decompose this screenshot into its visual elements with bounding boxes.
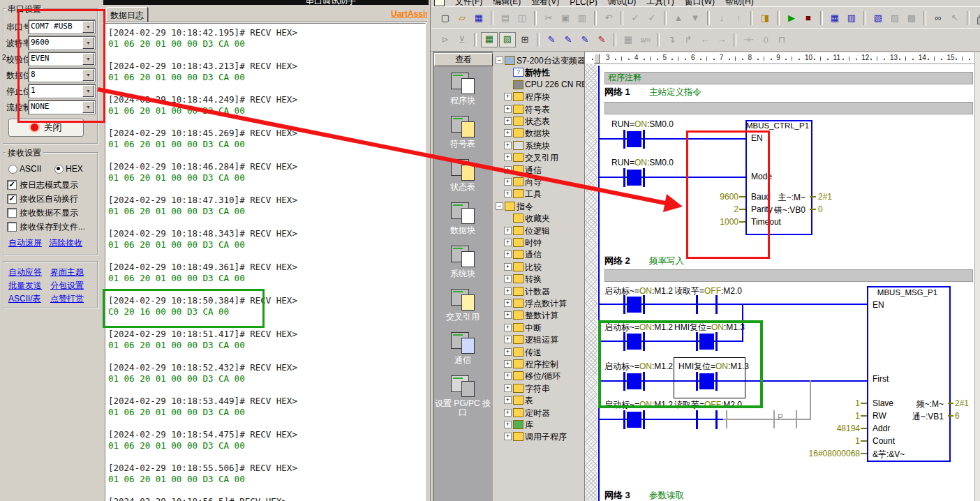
nav-system-block[interactable]: 系统块: [433, 245, 492, 278]
nav-symbol-table[interactable]: 符号表: [433, 115, 492, 149]
collapse-icon[interactable]: −: [496, 202, 503, 210]
up-branch-icon[interactable]: ↱: [681, 33, 696, 47]
nav-communications[interactable]: 通信: [433, 331, 492, 365]
contact-element-icon[interactable]: ⊣⊢: [741, 33, 756, 47]
menu-item-7[interactable]: 帮助(H): [725, 0, 754, 6]
expand-icon[interactable]: +: [504, 433, 512, 440]
open-file-icon[interactable]: ▱: [454, 11, 470, 25]
expand-icon[interactable]: +: [504, 348, 512, 356]
upload-icon[interactable]: ▲: [671, 11, 686, 25]
program-comment-bar[interactable]: 程序注释: [604, 72, 973, 84]
tree-item-计数器[interactable]: +计数器: [493, 285, 584, 297]
tree-item-字符串[interactable]: +字符串: [493, 382, 584, 394]
read-flag-contact[interactable]: [696, 410, 698, 429]
project-instruction-tree[interactable]: −S7-200台达变频器?新特性CPU 226 CN RE+程序块+符号表+状态…: [493, 52, 585, 501]
checkbox-2[interactable]: [7, 208, 17, 218]
radio-label[interactable]: ASCII: [20, 164, 41, 174]
nav-data-block[interactable]: 数据块: [433, 202, 492, 235]
menu-item-4[interactable]: 调试(D): [608, 0, 637, 6]
sym-addressing-icon[interactable]: sym: [637, 33, 653, 47]
expand-icon[interactable]: +: [504, 117, 512, 125]
pause-program-status-icon[interactable]: ▥: [844, 11, 859, 25]
line-right-icon[interactable]: →: [714, 33, 729, 47]
stl-view-icon[interactable]: ▧: [499, 32, 516, 47]
run-contact[interactable]: [623, 130, 625, 149]
tree-item-转换[interactable]: +转换: [493, 273, 584, 285]
tree-item-比较[interactable]: +比较: [493, 261, 584, 273]
tree-item-S7-200台达变频器[interactable]: −S7-200台达变频器: [493, 54, 584, 66]
insert-row-icon[interactable]: ✎: [577, 33, 593, 47]
positive-edge-contact[interactable]: P: [778, 412, 783, 422]
checkbox-1[interactable]: ✓: [7, 194, 17, 204]
coil-element-icon[interactable]: -( ): [757, 33, 773, 47]
expand-icon[interactable]: +: [504, 384, 512, 392]
chart-status-icon[interactable]: ▧: [870, 11, 886, 25]
view-nav-header[interactable]: 查看: [434, 53, 493, 66]
menu-item-2[interactable]: 查看(V): [531, 0, 559, 6]
tree-item-定时器[interactable]: +定时器: [493, 407, 584, 419]
tool-link-自动应答[interactable]: 自动应答: [8, 267, 42, 278]
expand-icon[interactable]: +: [504, 105, 512, 113]
undo-icon[interactable]: ↶: [601, 11, 616, 25]
step-coil-icon[interactable]: ⊻: [454, 33, 470, 47]
single-read-icon[interactable]: ▩: [904, 11, 919, 25]
tool-link-ASCII/表[interactable]: ASCII/表: [8, 293, 41, 305]
tree-item-新特性[interactable]: ?新特性: [493, 66, 584, 78]
nav-status-chart[interactable]: 状态表: [433, 158, 492, 192]
pause-chart-status-icon[interactable]: ▨: [887, 11, 903, 25]
ladder-view-icon[interactable]: ▦: [481, 32, 498, 47]
expand-icon[interactable]: +: [504, 190, 512, 197]
checkbox-0[interactable]: ✓: [7, 180, 17, 190]
tree-item-浮点数计算[interactable]: +浮点数计算: [493, 297, 584, 309]
start-flag-contact[interactable]: [643, 295, 645, 314]
tree-item-收藏夹[interactable]: 收藏夹: [493, 212, 584, 224]
grid-view-icon[interactable]: ⊞: [517, 33, 533, 47]
tree-item-工具[interactable]: +工具: [493, 188, 584, 200]
expand-icon[interactable]: +: [504, 93, 512, 100]
menu-item-0[interactable]: 文件(F): [455, 0, 482, 6]
program-status-icon[interactable]: ▦: [827, 11, 842, 25]
start-flag-contact[interactable]: [623, 410, 625, 429]
expand-icon[interactable]: +: [504, 372, 512, 380]
lock-icon[interactable]: [974, 11, 980, 25]
print-preview-icon[interactable]: ◫: [514, 11, 530, 25]
receive-log-area[interactable]: [2024-02-29 10:18:42.195]# RECV HEX>01 0…: [105, 23, 426, 501]
print-icon[interactable]: ▤: [498, 11, 513, 25]
tree-item-中断[interactable]: +中断: [493, 322, 584, 334]
stop-icon[interactable]: ■: [801, 11, 816, 25]
tree-item-整数计算[interactable]: +整数计算: [493, 309, 584, 321]
tool-link-界面主题[interactable]: 界面主题: [50, 267, 84, 278]
expand-icon[interactable]: +: [504, 142, 512, 149]
expand-icon[interactable]: +: [504, 263, 512, 271]
expand-icon[interactable]: +: [504, 239, 512, 246]
tree-item-程序块[interactable]: +程序块: [493, 91, 584, 103]
expand-icon[interactable]: +: [504, 287, 512, 295]
tool-link-批量发送[interactable]: 批量发送: [8, 280, 42, 292]
ladder-scrollbar[interactable]: [974, 52, 980, 501]
tree-item-CPU 226 CN RE[interactable]: CPU 226 CN RE: [493, 79, 584, 91]
paste-icon[interactable]: ▥: [574, 11, 590, 25]
expand-icon[interactable]: +: [504, 178, 512, 186]
compile-all-icon[interactable]: ✓: [644, 11, 660, 25]
tree-item-指令[interactable]: −指令: [493, 200, 584, 212]
tree-item-通信[interactable]: +通信: [493, 248, 584, 260]
menu-item-1[interactable]: 编辑(E): [493, 0, 521, 6]
read-flag-contact[interactable]: [715, 295, 718, 314]
save-all-icon[interactable]: ▦: [471, 11, 487, 25]
expand-icon[interactable]: +: [504, 227, 512, 234]
network-1-comment-bar[interactable]: [604, 102, 973, 114]
new-file-icon[interactable]: ▢: [438, 11, 453, 25]
tree-item-向导[interactable]: +向导: [493, 176, 584, 188]
expand-icon[interactable]: +: [504, 129, 512, 137]
tree-item-传送[interactable]: +传送: [493, 346, 584, 358]
tree-item-表[interactable]: +表: [493, 394, 584, 406]
checkbox-3[interactable]: [7, 222, 17, 232]
expand-icon[interactable]: +: [504, 154, 512, 161]
tree-item-通信[interactable]: +通信: [493, 164, 584, 176]
tree-item-状态表[interactable]: +状态表: [493, 115, 584, 127]
tree-item-程序控制[interactable]: +程序控制: [493, 358, 584, 370]
menu-item-3[interactable]: PLC(P): [570, 0, 597, 6]
options-window-icon[interactable]: ◨: [757, 11, 773, 25]
delete-row-icon[interactable]: ✎: [594, 33, 609, 47]
run-contact[interactable]: [643, 130, 645, 149]
